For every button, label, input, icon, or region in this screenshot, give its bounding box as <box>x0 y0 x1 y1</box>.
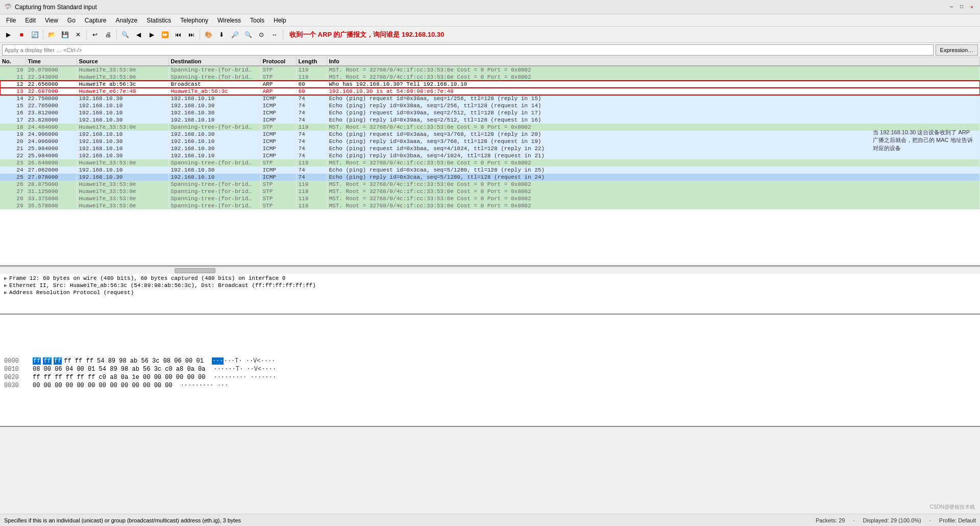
table-row[interactable]: 2125.984000192.168.10.10192.168.10.30ICM… <box>0 145 980 152</box>
menu-go[interactable]: Go <box>63 16 80 25</box>
menu-statistics[interactable]: Statistics <box>142 16 175 25</box>
table-row[interactable]: 1422.750000192.168.10.30192.168.10.10ICM… <box>0 95 980 102</box>
table-cell: ICMP <box>260 174 296 181</box>
go-forward-button[interactable]: ▶ <box>145 29 158 41</box>
hex-ascii-0: ······T· ··V<···· <box>212 357 275 365</box>
table-cell: 192.168.10.10 <box>77 102 168 109</box>
goto-first-button[interactable]: ⏮ <box>172 29 184 41</box>
table-row[interactable]: 2935.578000HuaweiTe_33:53:0eSpanning-tre… <box>0 202 980 209</box>
restart-capture-button[interactable]: 🔄 <box>29 29 41 41</box>
table-cell: Spanning-tree-(for-brid… <box>168 188 260 195</box>
detail-row-ethernet[interactable]: ▶ Ethernet II, Src: HuaweiTe_ab:56:3c (5… <box>0 282 980 289</box>
go-back-button[interactable]: ◀ <box>132 29 144 41</box>
table-cell: 192.168.10.30 <box>168 131 260 138</box>
hex-row-0000: 0000 ff ff ff ff ff ff 54 89 98 ab 56 3c… <box>4 357 976 365</box>
horizontal-scrollbar[interactable] <box>0 267 980 274</box>
toolbar-sep-2 <box>86 30 87 40</box>
table-cell: 14 <box>0 95 26 102</box>
table-row[interactable]: 2833.375000HuaweiTe_33:53:0eSpanning-tre… <box>0 195 980 202</box>
table-cell: STP <box>260 124 296 131</box>
goto-last-button[interactable]: ⏭ <box>185 29 198 41</box>
close-button[interactable]: ✕ <box>72 29 84 41</box>
table-cell: Echo (ping) reply id=0x38aa, seq=1/256, … <box>327 102 980 109</box>
col-header-time: Time <box>26 57 77 66</box>
table-cell: 192.168.10.10 <box>77 145 168 152</box>
go-to-button[interactable]: ⏩ <box>159 29 171 41</box>
open-button[interactable]: 📂 <box>45 29 58 41</box>
menu-tools[interactable]: Tools <box>246 16 268 25</box>
table-cell: ARP <box>260 88 296 95</box>
table-row[interactable]: 2326.640000HuaweiTe_33:53:0eSpanning-tre… <box>0 159 980 166</box>
table-cell: HuaweiTe_ab:56:3c <box>168 88 260 95</box>
displayed-count: Displayed: 29 (100.0%) <box>863 517 921 523</box>
zoom-in-button[interactable]: 🔎 <box>229 29 241 41</box>
table-row[interactable]: 2427.062000192.168.10.10192.168.10.30ICM… <box>0 166 980 174</box>
table-row[interactable]: 2731.125000HuaweiTe_33:53:0eSpanning-tre… <box>0 188 980 195</box>
hex-bytes-2: ff ff ff ff ff ff c0 a8 0a 1e 00 00 00 0… <box>33 374 205 381</box>
menu-edit[interactable]: Edit <box>21 16 40 25</box>
expression-button[interactable]: Expression… <box>936 44 978 56</box>
table-cell: STP <box>260 74 296 81</box>
status-message: Specifies if this is an individual (unic… <box>4 517 807 523</box>
table-row[interactable]: 1522.765000192.168.10.10192.168.10.30ICM… <box>0 102 980 109</box>
save-button[interactable]: 💾 <box>59 29 71 41</box>
resize-columns-button[interactable]: ↔ <box>268 29 281 41</box>
detail-row-arp[interactable]: ▶ Address Resolution Protocol (request) <box>0 289 980 296</box>
menu-help[interactable]: Help <box>270 16 290 25</box>
hex-row-0030: 0030 00 00 00 00 00 00 00 00 00 00 00 00… <box>4 382 976 389</box>
table-cell: 192.168.10.30 <box>168 145 260 152</box>
hex-pane[interactable]: 0000 ff ff ff ff ff ff 54 89 98 ab 56 3c… <box>0 355 980 427</box>
table-cell: MST. Root = 32768/0/4c:1f:cc:33:53:0e Co… <box>327 188 980 195</box>
reload-button[interactable]: ↩ <box>89 29 101 41</box>
hex-row-0020: 0020 ff ff ff ff ff ff c0 a8 0a 1e 00 00… <box>4 374 976 381</box>
table-row[interactable]: 1122.343000HuaweiTe_33:53:0eSpanning-tre… <box>0 74 980 81</box>
table-cell: ICMP <box>260 95 296 102</box>
table-cell: 192.168.10.30 <box>77 174 168 181</box>
menu-telephony[interactable]: Telephony <box>176 16 212 25</box>
table-cell: Who has 192.168.10.30? Tell 192.168.10.1… <box>327 81 980 88</box>
maximize-button[interactable]: □ <box>958 3 966 11</box>
packet-table-container[interactable]: No. Time Source Destination Protocol Len… <box>0 57 980 267</box>
table-row[interactable]: 2527.078000192.168.10.30192.168.10.10ICM… <box>0 174 980 181</box>
table-row[interactable]: 1020.078000HuaweiTe_33:53:0eSpanning-tre… <box>0 66 980 74</box>
scrollbar-thumb[interactable] <box>175 268 215 273</box>
table-row[interactable]: 2628.875000HuaweiTe_33:53:0eSpanning-tre… <box>0 181 980 188</box>
table-row[interactable]: 1222.656000HuaweiTe ab:56:3cBroadcastARP… <box>0 81 980 88</box>
menu-wireless[interactable]: Wireless <box>213 16 245 25</box>
table-cell: Spanning-tree-(for-brid… <box>168 124 260 131</box>
table-row[interactable]: 1623.812000192.168.10.10192.168.10.30ICM… <box>0 109 980 116</box>
table-cell: 74 <box>296 95 327 102</box>
table-cell: 22.656000 <box>26 81 77 88</box>
table-row[interactable]: 2024.906000192.168.10.30192.168.10.10ICM… <box>0 138 980 145</box>
table-row[interactable]: 1824.484000HuaweiTe_33:53:0eSpanning-tre… <box>0 124 980 131</box>
table-row[interactable]: 1723.828000192.168.10.30192.168.10.10ICM… <box>0 116 980 124</box>
details-pane[interactable]: ▶ Frame 12: 60 bytes on wire (480 bits),… <box>0 274 980 315</box>
find-button[interactable]: 🔍 <box>119 29 131 41</box>
table-row[interactable]: 1924.906000192.168.10.10192.168.10.30ICM… <box>0 131 980 138</box>
table-cell: ARP <box>260 81 296 88</box>
colorize-button[interactable]: 🎨 <box>202 29 214 41</box>
table-cell: 11 <box>0 74 26 81</box>
toolbar-sep-5 <box>283 30 283 40</box>
detail-row-frame[interactable]: ▶ Frame 12: 60 bytes on wire (480 bits),… <box>0 275 980 282</box>
menu-analyze[interactable]: Analyze <box>112 16 142 25</box>
hex-ascii-1: ······T· ··V<···· <box>213 366 276 373</box>
stop-capture-button[interactable]: ■ <box>15 29 28 41</box>
table-row[interactable]: 1322.687000HuaweiTe_e6:7e:48HuaweiTe_ab:… <box>0 88 980 95</box>
zoom-out-button[interactable]: 🔍 <box>242 29 254 41</box>
table-row[interactable]: 2225.984000192.168.10.30192.168.10.10ICM… <box>0 152 980 159</box>
titlebar-controls: — □ ✕ <box>947 3 976 11</box>
menu-capture[interactable]: Capture <box>81 16 111 25</box>
right-annotation: 当 192.168.10.30 这台设备收到了 ARP 广播之后就会，把自己的 … <box>873 129 975 152</box>
autoscroll-button[interactable]: ⬇ <box>215 29 228 41</box>
print-button[interactable]: 🖨 <box>102 29 114 41</box>
start-capture-button[interactable]: ▶ <box>2 29 14 41</box>
zoom-normal-button[interactable]: ⊙ <box>255 29 267 41</box>
menu-file[interactable]: File <box>2 16 20 25</box>
filter-input[interactable] <box>2 44 934 56</box>
menu-view[interactable]: View <box>41 16 62 25</box>
minimize-button[interactable]: — <box>947 3 955 11</box>
close-button[interactable]: ✕ <box>968 3 976 11</box>
table-cell: HuaweiTe_33:53:0e <box>77 181 168 188</box>
col-header-length: Length <box>296 57 327 66</box>
